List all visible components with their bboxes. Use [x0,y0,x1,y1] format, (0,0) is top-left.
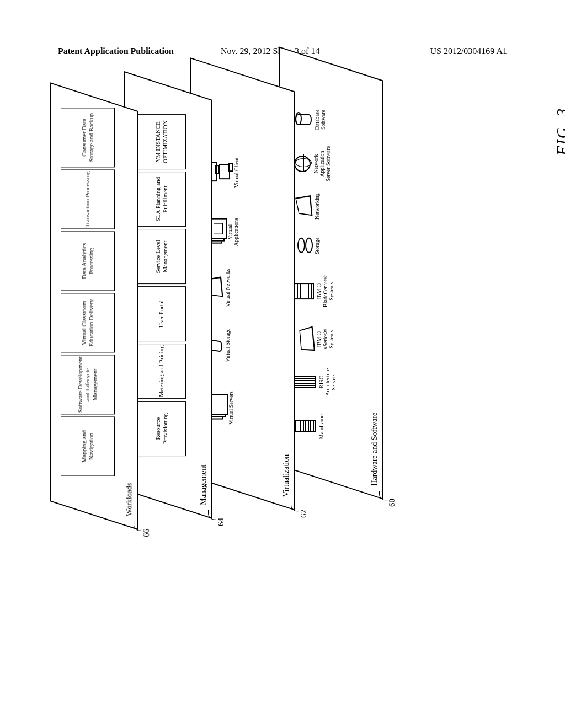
work-label-3: Data Analytics Processing [81,233,95,289]
header-left: Patent Application Publication [58,46,174,56]
layer-title-management: Management [199,465,208,505]
hw-label-0: Mainframes [318,413,324,439]
work-mapping: Mapping and Navigation [61,416,115,476]
work-label-1: Software Development and Lifecycle Manag… [77,356,99,413]
layer-title-virtualization: Virtualization [282,454,291,497]
mgmt-label-2: User Portal [158,300,165,328]
hw-label-6: Network Application Server Software [313,144,331,183]
figure-label: FIG. 3 [553,108,565,156]
hw-xseries: IBM ® xSeries® Systems [297,321,334,357]
hw-label-1: RISC Architecture Servers [318,364,337,400]
hw-label-2: IBM ® xSeries® Systems [316,321,334,357]
virt-label-0: Virtual Servers [228,391,234,424]
mainframe-icon [294,420,316,432]
hw-label-3: IBM ® BladeCenter® Systems [316,270,334,313]
work-label-5: Consumer Data Storage and Backup [81,109,95,165]
ref-lead-64 [208,510,216,520]
mgmt-label-4: SLA Planning and Fulfillment [154,173,169,225]
ref-60: 60 [387,499,397,507]
hw-nas: Network Application Server Software [294,144,331,183]
hw-risc: RISC Architecture Servers [294,364,337,400]
figure-3: Hardware and Software 60 Mainframes RISC… [69,152,532,532]
mgmt-resource-provisioning: Resource Provisioning [137,401,186,456]
ref-62: 62 [299,510,308,518]
work-classroom: Virtual Classroom Education Delivery [61,293,115,352]
bladecenter-icon [294,283,314,299]
layer-title-hardware: Hardware and Software [370,413,379,486]
mgmt-label-5: VM INSTANCE OPTIMIZATION [154,116,169,168]
xseries-icon [299,326,315,351]
ref-64: 64 [216,518,226,526]
work-row: Mapping and Navigation Software Developm… [61,108,115,476]
mgmt-vm-instance-opt: VM INSTANCE OPTIMIZATION [137,114,186,169]
database-icon [295,114,312,125]
ref-lead-66 [134,521,141,531]
ref-lead-60 [379,491,387,501]
layer-workloads: Workloads 66 Mapping and Navigation Soft… [50,82,138,530]
hw-storage: Storage [297,232,320,260]
storage-icon [297,238,312,254]
hw-label-4: Storage [314,232,320,260]
mgmt-sla-planning: SLA Planning and Fulfillment [137,172,186,227]
mgmt-row: Resource Provisioning Metering and Prici… [137,114,186,456]
work-transaction: Transaction Processing [61,169,115,229]
header-right: US 2012/0304169 A1 [430,46,507,56]
virt-label-4: Virtual Clients [233,156,239,188]
ref-lead-62 [291,502,299,512]
work-analytics: Data Analytics Processing [61,231,115,291]
virtual-clients-icon-2 [219,164,230,179]
work-label-4: Transaction Processing [84,171,91,227]
work-consumer-storage: Consumer Data Storage and Backup [61,108,115,167]
mgmt-label-0: Resource Provisioning [154,403,169,454]
mgmt-label-3: Service Level Management [154,231,169,282]
hw-db: Database Software [295,103,326,136]
virt-label-2: Virtual Networks [225,269,231,307]
virt-label-1: Virtual Storage [225,329,231,362]
mgmt-service-level: Service Level Management [137,229,186,284]
work-label-0: Mapping and Navigation [81,418,95,474]
hw-bladecenter: IBM ® BladeCenter® Systems [294,270,334,313]
networking-icon [295,195,312,216]
work-sdlc: Software Development and Lifecycle Manag… [61,355,115,414]
hw-networking: Networking [295,188,320,224]
virt-label-3: Virtual Applications [227,212,239,252]
hw-label-5: Networking [314,188,320,224]
mgmt-metering: Metering and Pricing [137,344,186,399]
ref-66: 66 [142,529,151,537]
hw-mainframes: Mainframes [294,413,324,439]
globe-icon [294,156,311,172]
hw-label-7: Database Software [314,103,326,136]
mgmt-user-portal: User Portal [137,286,186,341]
work-label-2: Virtual Classroom Education Delivery [81,295,95,351]
mgmt-label-1: Metering and Pricing [158,345,165,397]
risc-server-icon [294,376,316,388]
layer-title-workloads: Workloads [125,483,134,516]
